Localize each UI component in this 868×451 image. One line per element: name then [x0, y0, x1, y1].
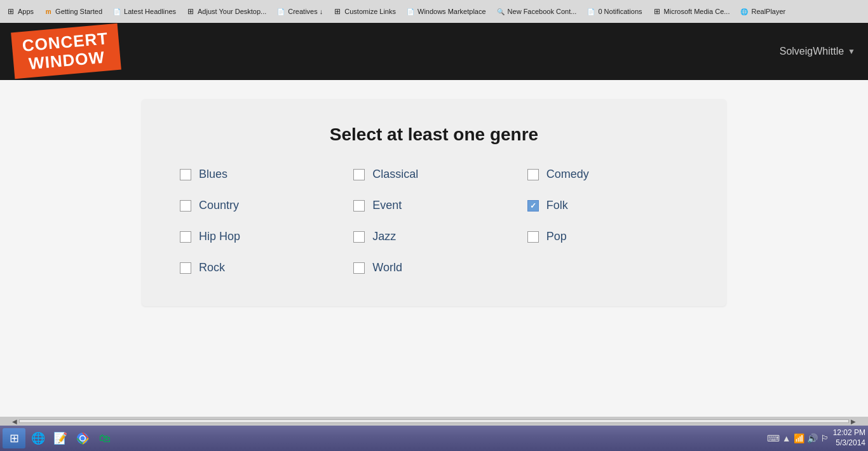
flag-icon: 🏳 — [820, 433, 829, 443]
genre-label-jazz[interactable]: Jazz — [372, 230, 396, 243]
genre-label-rock[interactable]: Rock — [199, 261, 225, 274]
genre-checkbox-comedy[interactable] — [527, 169, 539, 180]
system-tray-icons: ⌨ ▲ 📶 🔊 🏳 — [767, 433, 829, 443]
svg-point-2 — [81, 436, 85, 441]
tab-windows-marketplace[interactable]: 📄 Windows Marketplace — [402, 6, 490, 17]
browser-bookmarks-bar: ⊞ Apps m Getting Started 📄 Latest Headli… — [0, 0, 868, 23]
adjust-desktop-icon: ⊞ — [186, 7, 195, 16]
genre-item-comedy: Comedy — [527, 168, 688, 181]
app-header: CONCERT WINDOW SolveigWhittle ▼ — [0, 23, 868, 80]
tab-new-facebook[interactable]: 🔍 New Facebook Cont... — [492, 6, 581, 17]
logo-text: CONCERT WINDOW — [22, 30, 111, 74]
genre-label-classical[interactable]: Classical — [372, 168, 418, 181]
scroll-right-icon[interactable]: ▶ — [849, 418, 858, 425]
genre-checkbox-jazz[interactable] — [353, 231, 365, 243]
genre-label-pop[interactable]: Pop — [546, 230, 567, 243]
tab-customize-links[interactable]: ⊞ Customize Links — [329, 6, 400, 17]
genre-item-world: World — [353, 261, 514, 274]
start-button[interactable]: ⊞ — [3, 428, 25, 448]
genre-label-world[interactable]: World — [372, 261, 402, 274]
tab-apps[interactable]: ⊞ Apps — [3, 6, 37, 17]
taskbar: ⊞ 🌐 📝 🛍 ⌨ ▲ 📶 🔊 🏳 — [0, 426, 868, 451]
genre-checkbox-blues[interactable] — [180, 169, 191, 180]
notifications-icon: 📄 — [587, 7, 595, 16]
genre-item-jazz: Jazz — [353, 230, 514, 243]
genre-item-blues: Blues — [180, 168, 341, 181]
genre-checkbox-hiphop[interactable] — [180, 231, 191, 243]
realplayer-icon: 🌐 — [740, 7, 749, 16]
tab-notifications[interactable]: 📄 0 Notifications — [583, 6, 646, 17]
genre-item-pop: Pop — [527, 230, 688, 243]
logo-badge: CONCERT WINDOW — [11, 24, 121, 79]
genre-label-country[interactable]: Country — [199, 199, 239, 212]
genre-label-event[interactable]: Event — [372, 199, 402, 212]
genre-title: Select at least one genre — [180, 125, 688, 145]
windows-marketplace-icon: 📄 — [406, 7, 415, 16]
taskbar-left: ⊞ 🌐 📝 🛍 — [3, 428, 115, 448]
taskbar-right: ⌨ ▲ 📶 🔊 🏳 12:02 PM 5/3/2014 — [767, 428, 865, 448]
genre-item-folk: Folk — [527, 199, 688, 212]
chrome-icon[interactable] — [72, 428, 93, 448]
tab-realplayer[interactable]: 🌐 RealPlayer — [736, 6, 789, 17]
clock[interactable]: 12:02 PM 5/3/2014 — [833, 428, 865, 448]
horizontal-scrollbar[interactable]: ◀ ▶ — [0, 417, 868, 426]
tab-microsoft-media[interactable]: ⊞ Microsoft Media Ce... — [649, 6, 734, 17]
sticky-notes-icon[interactable]: 📝 — [50, 428, 71, 448]
ie-icon[interactable]: 🌐 — [28, 428, 48, 448]
genre-checkbox-rock[interactable] — [180, 262, 191, 274]
customize-links-icon: ⊞ — [333, 7, 342, 16]
genre-label-hiphop[interactable]: Hip Hop — [199, 230, 240, 243]
latest-headlines-icon: 📄 — [112, 7, 121, 16]
tab-adjust-desktop[interactable]: ⊞ Adjust Your Desktop... — [182, 6, 270, 17]
microsoft-media-icon: ⊞ — [653, 7, 661, 16]
store-icon[interactable]: 🛍 — [95, 428, 115, 448]
logo-container[interactable]: CONCERT WINDOW — [13, 26, 140, 77]
main-content: Select at least one genre Blues Classica… — [0, 80, 868, 426]
genre-item-event: Event — [353, 199, 514, 212]
genre-label-folk[interactable]: Folk — [546, 199, 568, 212]
taskbar-pinned-icons: 🌐 📝 🛍 — [28, 428, 115, 448]
genre-checkbox-classical[interactable] — [353, 169, 365, 180]
genre-item-rock: Rock — [180, 261, 341, 274]
up-arrow-icon[interactable]: ▲ — [782, 433, 791, 443]
user-chevron-icon: ▼ — [848, 47, 855, 56]
genre-checkbox-country[interactable] — [180, 200, 191, 212]
new-facebook-icon: 🔍 — [496, 7, 505, 16]
speaker-icon: 🔊 — [807, 433, 818, 443]
scrollbar-track[interactable] — [19, 419, 849, 423]
keyboard-icon: ⌨ — [767, 433, 780, 443]
genre-item-hiphop: Hip Hop — [180, 230, 341, 243]
tab-getting-started[interactable]: m Getting Started — [40, 6, 106, 17]
genre-grid: Blues Classical Comedy Country Event — [180, 168, 688, 274]
user-menu[interactable]: SolveigWhittle ▼ — [780, 46, 855, 57]
genre-checkbox-pop[interactable] — [527, 231, 539, 243]
genre-item-classical: Classical — [353, 168, 514, 181]
network-icon: 📶 — [794, 433, 804, 443]
tab-latest-headlines[interactable]: 📄 Latest Headlines — [109, 6, 180, 17]
genre-selection-card: Select at least one genre Blues Classica… — [142, 99, 726, 306]
tab-creatives[interactable]: 📄 Creatives ↓ — [273, 6, 327, 17]
username: SolveigWhittle — [780, 46, 844, 57]
genre-checkbox-event[interactable] — [353, 200, 365, 212]
clock-date: 5/3/2014 — [833, 438, 865, 448]
genre-label-blues[interactable]: Blues — [199, 168, 227, 181]
start-icon: ⊞ — [10, 431, 19, 445]
genre-item-country: Country — [180, 199, 341, 212]
creatives-icon: 📄 — [276, 7, 285, 16]
apps-icon: ⊞ — [6, 7, 15, 16]
genre-checkbox-folk[interactable] — [527, 200, 539, 212]
clock-time: 12:02 PM — [833, 428, 865, 438]
genre-label-comedy[interactable]: Comedy — [546, 168, 589, 181]
scroll-left-icon[interactable]: ◀ — [10, 418, 19, 425]
genre-checkbox-world[interactable] — [353, 262, 365, 274]
getting-started-icon: m — [44, 7, 53, 16]
